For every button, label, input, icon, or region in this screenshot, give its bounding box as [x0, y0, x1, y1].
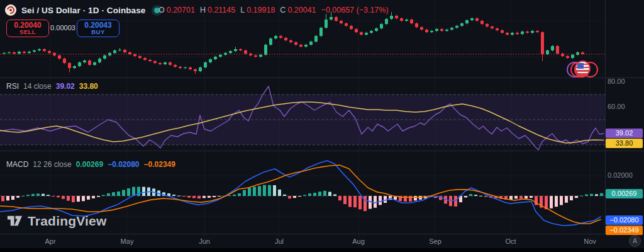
- candle-body: [118, 50, 121, 50]
- candle-body: [526, 32, 529, 33]
- candle-body: [410, 20, 413, 23]
- candle-body: [335, 17, 338, 21]
- watermark-text: TradingView: [28, 214, 107, 229]
- candle-body: [541, 32, 544, 54]
- macd-histogram-bar: [228, 195, 231, 196]
- macd-histogram-bar: [208, 196, 211, 198]
- candle-body: [486, 24, 489, 26]
- macd-histogram-bar: [197, 196, 201, 198]
- macd-histogram-bar: [112, 192, 115, 196]
- candle-body: [98, 59, 101, 62]
- time-axis[interactable]: AprMayJunJulAugSepOctNov: [0, 234, 644, 248]
- candle-body: [194, 69, 197, 71]
- macd-histogram-bar: [26, 195, 30, 196]
- candle-body: [219, 55, 222, 57]
- macd-pane-label[interactable]: MACD 12 26 close 0.00269 −0.02080 −0.023…: [6, 160, 175, 169]
- open-label: O: [158, 6, 165, 14]
- candle-body: [521, 32, 524, 34]
- candle-body: [13, 52, 16, 54]
- candle-body: [491, 26, 494, 28]
- candle-body: [536, 31, 539, 32]
- candle-body: [571, 55, 574, 58]
- macd-histogram-bar: [348, 196, 352, 207]
- macd-histogram-bar: [353, 196, 357, 207]
- macd-histogram-bar: [67, 196, 70, 201]
- candle-body: [23, 52, 26, 53]
- candle-body: [395, 16, 398, 18]
- candle-body: [234, 49, 237, 51]
- macd-histogram-bar: [77, 196, 80, 202]
- candle-body: [169, 62, 172, 65]
- candle-body: [385, 19, 388, 24]
- macd-histogram-bar: [469, 194, 472, 196]
- macd-histogram-bar: [192, 196, 196, 198]
- candle-body: [93, 62, 96, 65]
- macd-histogram-bar: [519, 196, 523, 199]
- candle-body: [189, 67, 192, 69]
- candle-body: [496, 28, 499, 30]
- macd-histogram-bar: [243, 190, 246, 196]
- candle-body: [43, 49, 46, 51]
- macd-histogram-bar: [213, 196, 216, 197]
- candle-body: [58, 55, 61, 59]
- macd-histogram-bar: [560, 196, 563, 205]
- macd-histogram-bar: [318, 192, 321, 196]
- attribution-badge[interactable]: A: [629, 235, 641, 247]
- candle-body: [164, 62, 167, 64]
- candle-body: [38, 49, 41, 50]
- axis-value-badge: 0.00269: [606, 189, 643, 198]
- symbol-title[interactable]: Sei / US Dollar · 1D · Coinbase: [21, 6, 145, 15]
- macd-histogram-bar: [102, 195, 105, 196]
- bottom-strip: [0, 248, 644, 252]
- tradingview-watermark: TradingView: [6, 212, 107, 229]
- candle-body: [199, 67, 202, 71]
- macd-histogram-bar: [288, 196, 291, 198]
- candle-body: [259, 55, 262, 57]
- macd-histogram-bar: [52, 196, 55, 197]
- macd-histogram-bar: [530, 196, 533, 198]
- macd-histogram-bar: [92, 196, 95, 198]
- axis-value-badge: 39.02: [606, 129, 643, 138]
- macd-histogram-bar: [177, 196, 180, 197]
- buy-button[interactable]: 0.20043 BUY: [77, 20, 119, 37]
- candle-body: [244, 50, 247, 54]
- macd-histogram-bar: [600, 193, 603, 196]
- macd-line-value: −0.02080: [108, 160, 139, 169]
- macd-histogram-bar: [31, 194, 35, 196]
- candle-body: [435, 29, 438, 31]
- macd-histogram-bar: [514, 196, 518, 198]
- candle-body: [506, 33, 509, 35]
- macd-name: MACD: [6, 160, 28, 169]
- tradingview-logo-icon: [6, 212, 23, 229]
- macd-histogram-bar: [590, 194, 593, 196]
- macd-histogram-bar: [550, 196, 553, 209]
- macd-histogram-bar: [565, 196, 568, 203]
- macd-histogram-bar: [585, 195, 588, 196]
- macd-params: 12 26 close: [33, 160, 71, 169]
- candle-body: [360, 32, 363, 35]
- candle-body: [123, 50, 126, 52]
- sell-button[interactable]: 0.20040 SELL: [6, 20, 49, 37]
- macd-histogram-bar: [273, 185, 276, 196]
- macd-histogram-bar: [97, 196, 100, 197]
- sei-coin-logo-icon: [5, 4, 16, 16]
- axis-tick-label: 60.00: [608, 103, 643, 110]
- rsi-pane-label[interactable]: RSI 14 close 39.02 33.80: [6, 82, 98, 91]
- macd-histogram-bar: [570, 196, 573, 200]
- candle-body: [355, 29, 358, 32]
- candle-body: [153, 61, 157, 63]
- candle-body: [78, 62, 81, 66]
- candle-body: [425, 30, 428, 32]
- buy-label: BUY: [91, 29, 104, 35]
- tradingview-chart-window: { "header": { "symbol_title": "Sei / US …: [0, 0, 644, 252]
- candle-body: [179, 67, 182, 68]
- macd-histogram-bar: [303, 195, 306, 196]
- economic-event-markers[interactable]: [567, 60, 599, 77]
- open-value: 0.20701: [167, 6, 195, 14]
- rsi-params: 14 close: [23, 82, 52, 91]
- candle-body: [229, 51, 232, 53]
- candle-body: [304, 45, 308, 47]
- candle-body: [274, 36, 277, 38]
- chart-canvas[interactable]: [0, 0, 644, 248]
- candle-body: [455, 26, 458, 28]
